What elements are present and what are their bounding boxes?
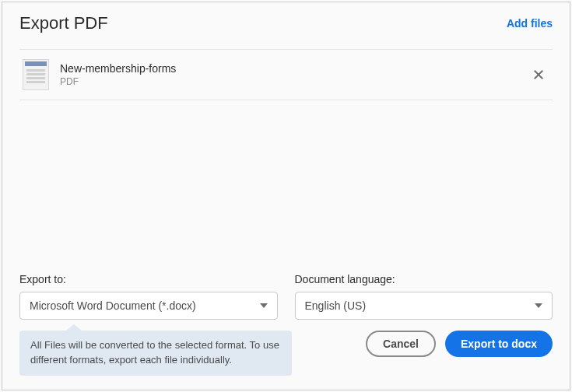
file-row: New-membership-forms PDF — [19, 50, 553, 100]
chevron-down-icon — [535, 302, 542, 310]
remove-file-button[interactable] — [528, 64, 549, 86]
file-info: New-membership-forms PDF — [60, 62, 528, 87]
pdf-thumbnail-icon — [23, 59, 49, 90]
dialog-header: Export PDF Add files — [2, 2, 570, 41]
dialog-bottom: Export to: Microsoft Word Document (*.do… — [2, 273, 570, 390]
add-files-link[interactable]: Add files — [507, 17, 553, 30]
export-pdf-dialog: Export PDF Add files New-membership-form… — [2, 2, 570, 390]
language-select[interactable]: English (US) — [295, 292, 553, 320]
language-field: Document language: English (US) — [295, 273, 553, 320]
dialog-title: Export PDF — [19, 13, 108, 33]
close-icon — [533, 69, 544, 80]
export-to-label: Export to: — [19, 273, 278, 285]
dialog-actions: Cancel Export to docx — [366, 331, 553, 357]
export-button[interactable]: Export to docx — [445, 331, 553, 357]
fields-row: Export to: Microsoft Word Document (*.do… — [19, 273, 553, 320]
cancel-button[interactable]: Cancel — [366, 331, 436, 357]
format-info-tooltip: All Files will be converted to the selec… — [19, 331, 292, 376]
file-name: New-membership-forms — [60, 62, 528, 75]
export-to-field: Export to: Microsoft Word Document (*.do… — [19, 273, 278, 320]
file-list: New-membership-forms PDF — [19, 49, 553, 100]
file-type: PDF — [60, 76, 528, 87]
language-value: English (US) — [305, 299, 367, 312]
footer-row: All Files will be converted to the selec… — [19, 331, 553, 376]
chevron-down-icon — [260, 302, 268, 310]
language-label: Document language: — [295, 273, 553, 285]
export-to-value: Microsoft Word Document (*.docx) — [30, 299, 196, 312]
export-to-select[interactable]: Microsoft Word Document (*.docx) — [19, 292, 278, 320]
